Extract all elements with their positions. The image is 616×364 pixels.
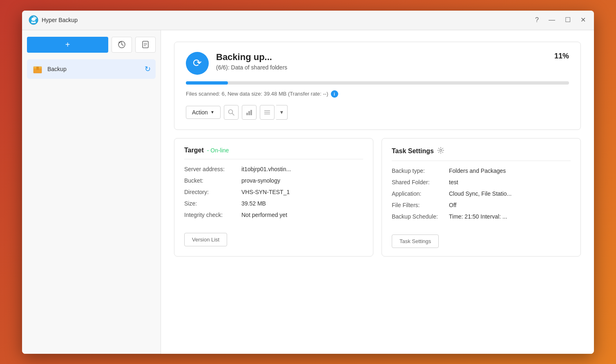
action-button[interactable]: Action ▼ xyxy=(186,106,221,119)
sync-icon: ⟳ xyxy=(193,57,202,69)
backup-spinner: ⟳ xyxy=(186,52,209,75)
progress-bar xyxy=(186,81,569,85)
cards-row: Target - On-line Server address: it1objr… xyxy=(174,138,581,257)
window-controls: ? — ☐ ✕ xyxy=(533,15,587,25)
info-row: Integrity check: Not performed yet xyxy=(184,212,363,218)
svg-point-20 xyxy=(440,149,442,151)
target-card-header: Target - On-line xyxy=(184,147,363,159)
list-icon-button[interactable] xyxy=(260,105,275,120)
add-backup-button[interactable]: + xyxy=(27,37,108,53)
info-row: Backup Schedule: Time: 21:50 Interval: .… xyxy=(392,213,571,220)
sidebar: + xyxy=(22,30,161,354)
history-icon xyxy=(118,40,126,49)
svg-rect-14 xyxy=(246,113,248,115)
info-row: Server address: it1objrp01.vhostin... xyxy=(184,166,363,172)
chart-icon-button[interactable] xyxy=(242,105,257,120)
list-icon xyxy=(263,109,271,116)
sidebar-toolbar: + xyxy=(27,37,156,53)
info-value: Folders and Packages xyxy=(449,167,506,174)
target-card-status: - On-line xyxy=(207,147,229,154)
info-value: test xyxy=(449,179,458,185)
info-row: Backup type: Folders and Packages xyxy=(392,167,571,174)
app-logo xyxy=(29,15,38,25)
log-button[interactable] xyxy=(135,37,156,53)
target-card-footer: Version List xyxy=(184,226,363,246)
backup-header: ⟳ Backing up... (6/6): Data of shared fo… xyxy=(186,52,569,75)
main-panel: ⟳ Backing up... (6/6): Data of shared fo… xyxy=(161,30,594,354)
backup-title: Backing up... xyxy=(216,52,548,63)
svg-rect-11 xyxy=(36,68,39,70)
svg-rect-16 xyxy=(250,110,252,115)
info-label: Size: xyxy=(184,200,241,207)
info-row: Bucket: prova-synology xyxy=(184,177,363,184)
action-label: Action xyxy=(192,109,208,116)
info-value: prova-synology xyxy=(241,177,280,184)
backup-subtitle: (6/6): Data of shared folders xyxy=(216,64,548,71)
main-window: Hyper Backup ? — ☐ ✕ + xyxy=(22,11,594,354)
info-label: Backup type: xyxy=(392,167,449,174)
target-fields: Server address: it1objrp01.vhostin... Bu… xyxy=(184,166,363,218)
task-settings-fields: Backup type: Folders and Packages Shared… xyxy=(392,167,571,220)
sidebar-spinner-icon: ↻ xyxy=(145,65,151,74)
info-value: Off xyxy=(449,202,456,208)
sidebar-item-label: Backup xyxy=(47,66,145,72)
info-icon[interactable]: i xyxy=(331,90,338,98)
minimize-button[interactable]: — xyxy=(547,15,557,25)
info-value: Not performed yet xyxy=(241,212,287,218)
info-row: Size: 39.52 MB xyxy=(184,200,363,207)
info-value: 39.52 MB xyxy=(241,200,266,207)
backup-status-card: ⟳ Backing up... (6/6): Data of shared fo… xyxy=(174,42,581,130)
info-label: Shared Folder: xyxy=(392,179,449,185)
help-button[interactable]: ? xyxy=(533,15,540,25)
task-settings-card: Task Settings Backup type: Folders and P… xyxy=(382,138,581,257)
history-button[interactable] xyxy=(112,37,132,53)
target-card: Target - On-line Server address: it1objr… xyxy=(174,138,373,257)
info-label: Integrity check: xyxy=(184,212,241,218)
list-dropdown-button[interactable]: ▼ xyxy=(276,105,288,120)
maximize-button[interactable]: ☐ xyxy=(563,15,572,25)
search-icon xyxy=(228,109,235,116)
search-icon-button[interactable] xyxy=(224,105,239,120)
info-row: Application: Cloud Sync, File Statio... xyxy=(392,190,571,197)
info-row: Directory: VHS-SYN-TEST_1 xyxy=(184,189,363,195)
version-list-button[interactable]: Version List xyxy=(184,233,227,246)
svg-rect-15 xyxy=(248,111,250,115)
task-settings-card-header: Task Settings xyxy=(392,147,571,161)
info-value: VHS-SYN-TEST_1 xyxy=(241,189,290,195)
backup-percent: 11% xyxy=(554,52,569,60)
backup-title-block: Backing up... (6/6): Data of shared fold… xyxy=(216,52,548,71)
task-settings-button[interactable]: Task Settings xyxy=(392,234,439,248)
content-area: + xyxy=(22,30,594,354)
gear-settings-icon xyxy=(437,147,444,156)
info-row: File Filters: Off xyxy=(392,202,571,208)
info-label: Application: xyxy=(392,190,449,197)
action-toolbar: Action ▼ xyxy=(186,105,569,120)
info-label: File Filters: xyxy=(392,202,449,208)
info-label: Backup Schedule: xyxy=(392,213,449,220)
app-title: Hyper Backup xyxy=(42,17,533,23)
info-row: Shared Folder: test xyxy=(392,179,571,185)
info-label: Bucket: xyxy=(184,177,241,184)
list-dropdown-chevron: ▼ xyxy=(279,109,284,115)
info-label: Directory: xyxy=(184,189,241,195)
chevron-down-icon: ▼ xyxy=(210,110,214,114)
task-settings-card-footer: Task Settings xyxy=(392,228,571,248)
stats-text: Files scanned: 6, New data size: 39.48 M… xyxy=(186,91,328,97)
backup-item-icon xyxy=(32,63,43,75)
title-bar: Hyper Backup ? — ☐ ✕ xyxy=(22,11,594,30)
box-icon xyxy=(32,64,43,74)
chart-icon xyxy=(246,109,253,116)
progress-bar-fill xyxy=(186,81,228,85)
log-icon xyxy=(141,40,150,49)
svg-line-13 xyxy=(232,113,234,115)
info-value: Time: 21:50 Interval: ... xyxy=(449,213,507,220)
target-card-title: Target xyxy=(184,147,204,154)
sidebar-item-backup[interactable]: Backup ↻ xyxy=(27,59,156,79)
info-value: Cloud Sync, File Statio... xyxy=(449,190,511,197)
info-value: it1objrp01.vhostin... xyxy=(241,166,291,172)
close-button[interactable]: ✕ xyxy=(579,15,587,25)
info-label: Server address: xyxy=(184,166,241,172)
task-settings-card-title: Task Settings xyxy=(392,147,434,155)
backup-stats: Files scanned: 6, New data size: 39.48 M… xyxy=(186,90,569,98)
